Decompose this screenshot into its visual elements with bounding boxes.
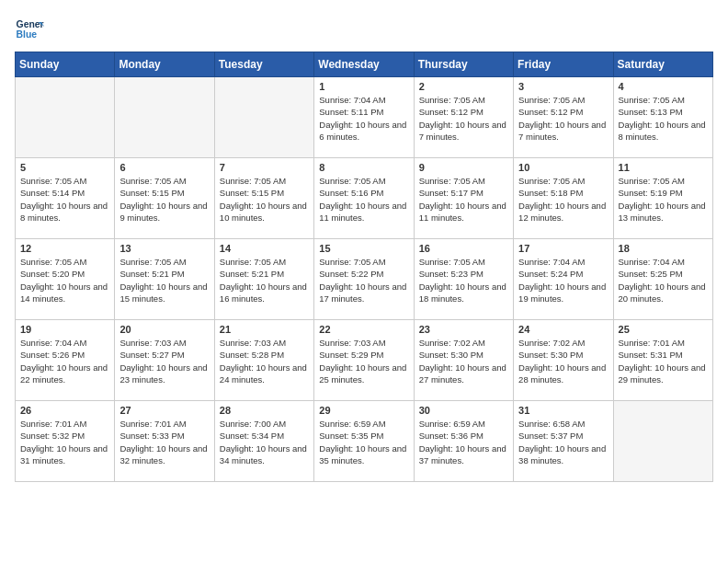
day-info: Sunrise: 7:05 AM Sunset: 5:20 PM Dayligh…: [20, 256, 109, 304]
calendar-week-3: 12Sunrise: 7:05 AM Sunset: 5:20 PM Dayli…: [16, 239, 713, 320]
calendar-cell: 26Sunrise: 7:01 AM Sunset: 5:32 PM Dayli…: [16, 401, 115, 482]
day-info: Sunrise: 7:04 AM Sunset: 5:26 PM Dayligh…: [20, 337, 109, 385]
calendar-week-2: 5Sunrise: 7:05 AM Sunset: 5:14 PM Daylig…: [16, 158, 713, 239]
day-info: Sunrise: 7:02 AM Sunset: 5:30 PM Dayligh…: [419, 337, 508, 385]
day-info: Sunrise: 7:05 AM Sunset: 5:12 PM Dayligh…: [518, 94, 608, 143]
calendar-cell: 1Sunrise: 7:04 AM Sunset: 5:11 PM Daylig…: [314, 77, 414, 158]
weekday-header-sunday: Sunday: [16, 52, 115, 77]
day-number: 1: [319, 81, 408, 92]
logo-icon: General Blue: [15, 15, 44, 44]
day-number: 28: [220, 405, 309, 416]
day-info: Sunrise: 7:04 AM Sunset: 5:11 PM Dayligh…: [319, 94, 408, 143]
day-info: Sunrise: 7:03 AM Sunset: 5:27 PM Dayligh…: [119, 337, 209, 385]
day-number: 5: [20, 162, 109, 173]
day-number: 29: [319, 405, 408, 416]
calendar-cell: [16, 77, 115, 158]
day-number: 7: [220, 162, 309, 173]
calendar-cell: 20Sunrise: 7:03 AM Sunset: 5:27 PM Dayli…: [115, 320, 214, 401]
day-info: Sunrise: 7:05 AM Sunset: 5:17 PM Dayligh…: [419, 175, 508, 224]
logo: General Blue: [15, 15, 44, 44]
day-number: 15: [319, 243, 408, 254]
calendar-cell: 4Sunrise: 7:05 AM Sunset: 5:13 PM Daylig…: [613, 77, 712, 158]
calendar-cell: 14Sunrise: 7:05 AM Sunset: 5:21 PM Dayli…: [214, 239, 313, 320]
day-info: Sunrise: 7:04 AM Sunset: 5:25 PM Dayligh…: [619, 256, 708, 304]
calendar-cell: 25Sunrise: 7:01 AM Sunset: 5:31 PM Dayli…: [613, 320, 712, 401]
day-number: 16: [419, 243, 508, 254]
day-number: 27: [119, 405, 209, 416]
day-number: 30: [419, 405, 508, 416]
weekday-header-wednesday: Wednesday: [314, 52, 414, 77]
weekday-header-thursday: Thursday: [414, 52, 513, 77]
calendar-header-row: SundayMondayTuesdayWednesdayThursdayFrid…: [16, 52, 713, 77]
day-info: Sunrise: 7:01 AM Sunset: 5:33 PM Dayligh…: [119, 418, 209, 466]
calendar-cell: [214, 77, 313, 158]
day-info: Sunrise: 7:03 AM Sunset: 5:28 PM Dayligh…: [220, 337, 309, 385]
calendar-cell: 6Sunrise: 7:05 AM Sunset: 5:15 PM Daylig…: [115, 158, 214, 239]
calendar-cell: 27Sunrise: 7:01 AM Sunset: 5:33 PM Dayli…: [115, 401, 214, 482]
day-info: Sunrise: 7:05 AM Sunset: 5:19 PM Dayligh…: [619, 175, 708, 224]
day-number: 6: [119, 162, 209, 173]
calendar-week-5: 26Sunrise: 7:01 AM Sunset: 5:32 PM Dayli…: [16, 401, 713, 482]
day-number: 3: [518, 81, 608, 92]
weekday-header-saturday: Saturday: [613, 52, 712, 77]
calendar-cell: 18Sunrise: 7:04 AM Sunset: 5:25 PM Dayli…: [613, 239, 712, 320]
day-number: 22: [319, 324, 408, 335]
day-info: Sunrise: 6:59 AM Sunset: 5:35 PM Dayligh…: [319, 418, 408, 466]
day-number: 18: [619, 243, 708, 254]
day-number: 14: [220, 243, 309, 254]
day-number: 20: [119, 324, 209, 335]
calendar-cell: 28Sunrise: 7:00 AM Sunset: 5:34 PM Dayli…: [214, 401, 313, 482]
day-number: 2: [419, 81, 508, 92]
day-info: Sunrise: 7:05 AM Sunset: 5:14 PM Dayligh…: [20, 175, 109, 224]
day-info: Sunrise: 7:02 AM Sunset: 5:30 PM Dayligh…: [518, 337, 608, 385]
day-info: Sunrise: 6:58 AM Sunset: 5:37 PM Dayligh…: [518, 418, 608, 466]
calendar-cell: 13Sunrise: 7:05 AM Sunset: 5:21 PM Dayli…: [115, 239, 214, 320]
day-info: Sunrise: 7:05 AM Sunset: 5:21 PM Dayligh…: [220, 256, 309, 304]
day-info: Sunrise: 7:00 AM Sunset: 5:34 PM Dayligh…: [220, 418, 309, 466]
day-number: 10: [518, 162, 608, 173]
calendar-cell: 22Sunrise: 7:03 AM Sunset: 5:29 PM Dayli…: [314, 320, 414, 401]
calendar-cell: 24Sunrise: 7:02 AM Sunset: 5:30 PM Dayli…: [514, 320, 613, 401]
calendar-cell: 11Sunrise: 7:05 AM Sunset: 5:19 PM Dayli…: [613, 158, 712, 239]
day-info: Sunrise: 7:05 AM Sunset: 5:22 PM Dayligh…: [319, 256, 408, 304]
calendar-table: SundayMondayTuesdayWednesdayThursdayFrid…: [15, 52, 713, 482]
day-info: Sunrise: 7:03 AM Sunset: 5:29 PM Dayligh…: [319, 337, 408, 385]
calendar-cell: 17Sunrise: 7:04 AM Sunset: 5:24 PM Dayli…: [514, 239, 613, 320]
calendar-cell: 29Sunrise: 6:59 AM Sunset: 5:35 PM Dayli…: [314, 401, 414, 482]
calendar-cell: 12Sunrise: 7:05 AM Sunset: 5:20 PM Dayli…: [16, 239, 115, 320]
day-info: Sunrise: 7:04 AM Sunset: 5:24 PM Dayligh…: [518, 256, 608, 304]
calendar-cell: 8Sunrise: 7:05 AM Sunset: 5:16 PM Daylig…: [314, 158, 414, 239]
day-info: Sunrise: 7:01 AM Sunset: 5:31 PM Dayligh…: [619, 337, 708, 385]
weekday-header-tuesday: Tuesday: [214, 52, 313, 77]
calendar-cell: 31Sunrise: 6:58 AM Sunset: 5:37 PM Dayli…: [514, 401, 613, 482]
day-info: Sunrise: 7:05 AM Sunset: 5:12 PM Dayligh…: [419, 94, 508, 143]
page-header: General Blue: [15, 15, 713, 44]
day-info: Sunrise: 7:05 AM Sunset: 5:15 PM Dayligh…: [220, 175, 309, 224]
day-number: 8: [319, 162, 408, 173]
weekday-header-friday: Friday: [514, 52, 613, 77]
day-number: 9: [419, 162, 508, 173]
calendar-cell: 10Sunrise: 7:05 AM Sunset: 5:18 PM Dayli…: [514, 158, 613, 239]
calendar-cell: 5Sunrise: 7:05 AM Sunset: 5:14 PM Daylig…: [16, 158, 115, 239]
day-number: 24: [518, 324, 608, 335]
day-number: 21: [220, 324, 309, 335]
svg-text:Blue: Blue: [17, 29, 38, 40]
svg-text:General: General: [17, 19, 44, 29]
calendar-cell: 9Sunrise: 7:05 AM Sunset: 5:17 PM Daylig…: [414, 158, 513, 239]
weekday-header-monday: Monday: [115, 52, 214, 77]
day-number: 31: [518, 405, 608, 416]
day-number: 19: [20, 324, 109, 335]
day-info: Sunrise: 7:05 AM Sunset: 5:18 PM Dayligh…: [518, 175, 608, 224]
day-number: 26: [20, 405, 109, 416]
calendar-cell: 7Sunrise: 7:05 AM Sunset: 5:15 PM Daylig…: [214, 158, 313, 239]
day-number: 23: [419, 324, 508, 335]
calendar-cell: [115, 77, 214, 158]
calendar-cell: 30Sunrise: 6:59 AM Sunset: 5:36 PM Dayli…: [414, 401, 513, 482]
day-number: 11: [619, 162, 708, 173]
day-number: 12: [20, 243, 109, 254]
calendar-cell: 15Sunrise: 7:05 AM Sunset: 5:22 PM Dayli…: [314, 239, 414, 320]
calendar-cell: [613, 401, 712, 482]
day-info: Sunrise: 7:05 AM Sunset: 5:16 PM Dayligh…: [319, 175, 408, 224]
calendar-week-1: 1Sunrise: 7:04 AM Sunset: 5:11 PM Daylig…: [16, 77, 713, 158]
calendar-cell: 21Sunrise: 7:03 AM Sunset: 5:28 PM Dayli…: [214, 320, 313, 401]
